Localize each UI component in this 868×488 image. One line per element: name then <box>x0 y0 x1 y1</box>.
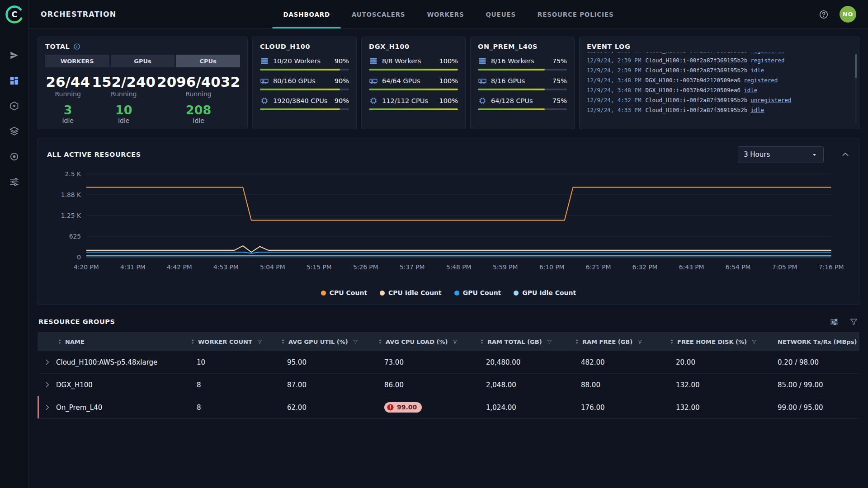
x-axis-label: 6:32 PM <box>632 263 658 271</box>
chevron-right-icon[interactable] <box>43 381 51 389</box>
cell-free_home_disk: 132.00 <box>661 381 763 389</box>
tab-dashboard[interactable]: DASHBOARD <box>273 0 341 28</box>
total-column-cpus: 2096/4032Running208Idle <box>157 67 240 124</box>
resources-line-chart: 06251.25 K1.88 K2.5 K4:20 PM4:31 PM4:42 … <box>47 166 850 286</box>
column-header-avg_cpu_load[interactable]: AVG CPU LOAD (%) <box>370 338 472 345</box>
sort-icon[interactable] <box>377 338 383 345</box>
app-logo[interactable]: C <box>5 5 24 24</box>
table-row[interactable]: On_Prem_L40862.0099.001,024.00176.00132.… <box>38 396 859 419</box>
sidebar-item-pipelines[interactable] <box>5 172 24 192</box>
queues-icon <box>9 126 19 136</box>
cluster-metric-percent: 90% <box>335 57 349 65</box>
event-log-scrollbar-thumb[interactable] <box>855 54 857 78</box>
sort-icon[interactable] <box>189 338 196 345</box>
progress-bar-track <box>369 108 458 110</box>
alert-icon <box>387 404 394 411</box>
column-header-ram_total[interactable]: RAM TOTAL (GB) <box>472 338 566 345</box>
sidebar-item-launch[interactable] <box>5 45 24 65</box>
total-info-trigger[interactable] <box>73 43 80 50</box>
y-axis-label: 625 <box>69 233 81 240</box>
sidebar-nav <box>5 45 24 192</box>
column-header-free_home_disk[interactable]: FREE HOME DISK (%) <box>661 338 763 345</box>
tab-queues[interactable]: QUEUES <box>475 0 527 28</box>
funnel-icon[interactable] <box>257 339 263 345</box>
funnel-icon[interactable] <box>547 339 552 345</box>
sidebar-item-workers-pod[interactable] <box>5 96 24 116</box>
app-title: ORCHESTRATION <box>41 10 116 19</box>
funnel-icon[interactable] <box>637 339 643 345</box>
total-tab-gpus[interactable]: GPUs <box>111 55 175 67</box>
legend-item-cpu-idle-count[interactable]: CPU Idle Count <box>380 289 442 296</box>
table-row[interactable]: DGX_H100887.0086.002,048.0088.00132.0085… <box>38 374 859 396</box>
legend-label: GPU Idle Count <box>522 289 576 296</box>
cluster-metric-label: 10/20 Workers <box>273 57 330 65</box>
cpu-icon <box>260 96 269 105</box>
x-axis-label: 5:48 PM <box>446 263 472 271</box>
legend-item-gpu-count[interactable]: GPU Count <box>454 289 501 296</box>
sidebar-item-dashboard[interactable] <box>5 70 24 90</box>
running-value: 26/44 <box>45 74 90 90</box>
total-tab-workers[interactable]: WORKERS <box>45 55 109 67</box>
log-source: Cloud_H100:i-00f2a87f369195b2b <box>645 57 747 64</box>
sort-icon[interactable] <box>574 338 580 345</box>
legend-item-cpu-count[interactable]: CPU Count <box>321 289 367 296</box>
tab-autoscalers[interactable]: AUTOSCALERS <box>341 0 416 28</box>
time-range-select[interactable]: 3 Hours <box>738 146 824 163</box>
cell-avg_gpu_util: 62.00 <box>273 404 370 412</box>
column-settings-button[interactable] <box>830 317 839 327</box>
sort-icon[interactable] <box>57 338 63 345</box>
table-row[interactable]: Cloud_H100:AWS-p5.48xlarge1095.0073.0020… <box>38 351 859 374</box>
funnel-icon[interactable] <box>353 339 359 345</box>
tab-resource-policies[interactable]: RESOURCE POLICIES <box>527 0 624 28</box>
cluster-metric-label: 8/16 Workers <box>491 57 548 65</box>
funnel-icon[interactable] <box>751 339 757 345</box>
x-axis-label: 4:42 PM <box>167 263 192 271</box>
chevron-right-icon[interactable] <box>43 404 51 411</box>
column-header-avg_gpu_util[interactable]: AVG GPU UTIL (%) <box>273 338 370 345</box>
column-header-worker_count[interactable]: WORKER COUNT <box>182 338 273 345</box>
sort-icon[interactable] <box>280 338 286 345</box>
log-source: DGX_H100:i-0037b9d2120509ea6 <box>645 87 741 94</box>
column-header-ram_free[interactable]: RAM FREE (GB) <box>566 338 661 345</box>
x-axis-label: 6:54 PM <box>726 263 751 271</box>
total-tab-cpus[interactable]: CPUs <box>176 55 240 67</box>
column-header-name[interactable]: NAME <box>38 338 182 345</box>
topbar-right: NO <box>819 6 856 23</box>
progress-bar-track <box>260 69 349 70</box>
table-header-row: NAMEWORKER COUNTAVG GPU UTIL (%)AVG CPU … <box>38 332 859 351</box>
row-name-text: DGX_H100 <box>56 381 93 389</box>
sort-icon[interactable] <box>669 338 675 345</box>
sort-icon[interactable] <box>479 338 485 345</box>
cluster-metric-line: 8/16 Workers75% <box>478 56 567 66</box>
funnel-icon[interactable] <box>452 339 458 345</box>
total-card: TOTAL WORKERSGPUsCPUs 26/44Running3Idle1… <box>38 37 248 129</box>
user-avatar[interactable]: NO <box>840 6 856 23</box>
tab-workers[interactable]: WORKERS <box>416 0 475 28</box>
cluster-metric-percent: 90% <box>335 97 349 104</box>
table-filter-button[interactable] <box>849 317 859 327</box>
log-entry: 12/9/24, 3:48 PMDGX_H100:i-0037b9d212050… <box>587 75 852 85</box>
legend-item-gpu-idle-count[interactable]: GPU Idle Count <box>514 289 576 296</box>
cluster-metric-percent: 75% <box>552 77 567 84</box>
idle-value: 208 <box>157 103 240 117</box>
active-resources-title: ALL ACTIVE RESOURCES <box>47 151 141 158</box>
help-button[interactable] <box>819 9 829 19</box>
sidebar-item-resources[interactable] <box>5 146 24 166</box>
progress-bar-fill <box>478 108 545 110</box>
gpu-icon <box>478 76 487 85</box>
series-gpu-count <box>86 252 831 253</box>
cluster-metric-percent: 100% <box>439 57 458 65</box>
cell-network: 85.00 / 99.00 <box>763 381 859 389</box>
table-body: Cloud_H100:AWS-p5.48xlarge1095.0073.0020… <box>38 351 859 419</box>
log-timestamp: 12/9/24, 4:32 PM <box>587 97 641 103</box>
cell-free_home_disk: 132.00 <box>661 404 763 412</box>
chevron-right-icon[interactable] <box>43 358 51 366</box>
column-label: WORKER COUNT <box>198 338 252 345</box>
sidebar-item-queues[interactable] <box>5 121 24 141</box>
log-entry: 12/9/24, 2:39 PMCloud_H100:i-00f2a87f369… <box>587 52 852 56</box>
cluster-metric-line: 64/64 GPUs100% <box>369 76 458 85</box>
collapse-panel-button[interactable] <box>841 150 850 159</box>
column-label: RAM TOTAL (GB) <box>487 338 542 345</box>
log-status: idle <box>750 67 764 74</box>
pipelines-icon <box>9 177 19 187</box>
